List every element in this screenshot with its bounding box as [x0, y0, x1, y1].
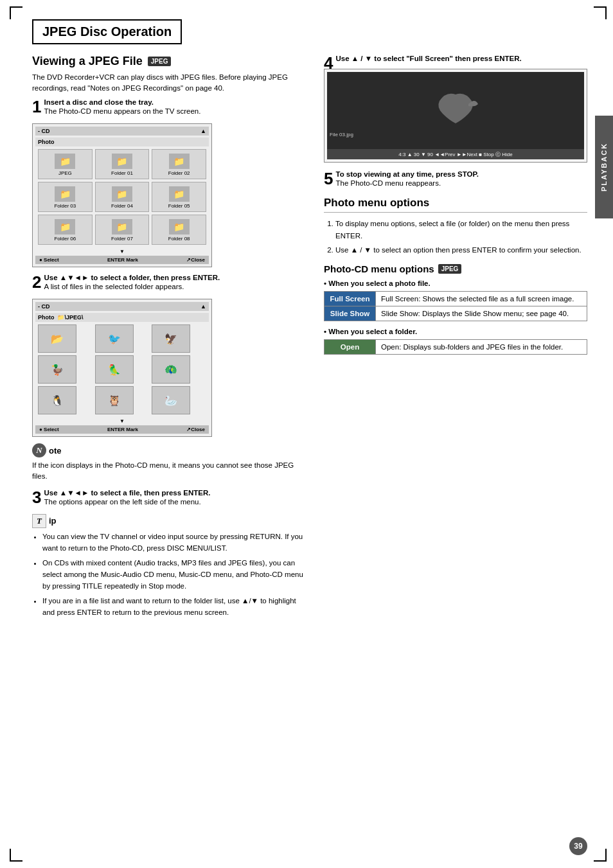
when-folder-label: • When you select a folder.: [324, 328, 587, 335]
screen-2-footer-select: ● Select: [39, 427, 59, 432]
screen-2-grid: 📂 🐦 🦅 🦆 🦜 🦚 🐧 🦉 🦢: [35, 322, 209, 417]
left-column: Viewing a JPEG File JPEG The DVD Recorde…: [32, 55, 308, 624]
image-controls-text: 4:3 ▲ 30 ▼ 90 ◄◄Prev ►►Next ■ Stop ⓒ Hid…: [398, 151, 512, 158]
section-heading-viewing: Viewing a JPEG File JPEG: [32, 55, 308, 68]
photo-menu-item-1: To display menu options, select a file (…: [335, 218, 587, 242]
screen-1-header-cd: - CD: [38, 128, 50, 134]
note-text: If the icon displays in the Photo-CD men…: [32, 460, 308, 483]
screen-item-folder05: 📁 Folder 05: [152, 182, 206, 212]
screen-item-folder04-label: Folder 04: [97, 203, 148, 209]
screen-item-folder05-label: Folder 05: [154, 203, 204, 209]
screen-item-folder01: 📁 Folder 01: [95, 149, 150, 179]
screen-item-folder08: 📁 Folder 08: [152, 215, 206, 245]
fullscreen-image-area: File 03.jpg: [327, 72, 584, 149]
step-4-title: Use ▲ / ▼ to select "Full Screen" then p…: [335, 55, 587, 62]
note-icon: N: [32, 443, 46, 457]
option-row-open: Open Open: Displays sub-folders and JPEG…: [324, 340, 587, 355]
screen-1-grid: 📁 JPEG 📁 Folder 01 📁 Folder 02 📁 Folder …: [35, 146, 209, 247]
right-column: 4 Use ▲ / ▼ to select "Full Screen" then…: [324, 55, 587, 624]
step-2-number: 2: [32, 274, 41, 290]
option-table-folder: Open Open: Displays sub-folders and JPEG…: [324, 339, 587, 355]
step-4-number: 4: [324, 55, 333, 71]
screen-item-folder04: 📁 Folder 04: [95, 182, 150, 212]
image-controls-bar: 4:3 ▲ 30 ▼ 90 ◄◄Prev ►►Next ■ Stop ⓒ Hid…: [327, 149, 584, 159]
screen-item-folder08-label: Folder 08: [154, 236, 204, 242]
open-desc: Open: Displays sub-folders and JPEG file…: [376, 340, 587, 355]
step-2-body: A list of files in the selected folder a…: [44, 281, 308, 292]
fullscreen-desc: Full Screen: Shows the selected file as …: [376, 292, 587, 306]
screen-2-photo-label: Photo 📁\JPEG\: [35, 313, 209, 322]
screen-mockup-2: - CD ▲ Photo 📁\JPEG\ 📂 🐦 🦅 🦆 🦜 🦚 🐧 🦉 🦢 ▼: [32, 299, 212, 437]
screen-item-folder03-label: Folder 03: [40, 203, 91, 209]
tip-box: T ip You can view the TV channel or vide…: [32, 514, 308, 619]
screen-2-item-3: 🦆: [38, 355, 76, 384]
step-3-content: Use ▲▼◄► to select a file, then press EN…: [44, 489, 308, 508]
page-number: 39: [569, 837, 587, 855]
step-5-body: The Photo-CD menu reappears.: [335, 178, 587, 189]
screen-1-footer: ● Select ENTER Mark ↗Close: [35, 256, 209, 264]
bird-image-svg: [430, 88, 481, 133]
slideshow-desc: Slide Show: Displays the Slide Show menu…: [376, 306, 587, 321]
screen-1-arrow-down: ▼: [35, 247, 209, 256]
photo-cd-heading-text: Photo-CD menu options: [324, 263, 434, 274]
fullscreen-btn: Full Screen: [324, 292, 376, 306]
section-title-viewing: Viewing a JPEG File: [32, 55, 143, 68]
note-label: ote: [49, 446, 62, 456]
screen-item-folder01-label: Folder 01: [97, 170, 148, 176]
main-title-box: JPEG Disc Operation: [32, 19, 182, 44]
step-5-number: 5: [324, 170, 333, 187]
screen-item-folder02-label: Folder 02: [154, 170, 204, 176]
screen-2-footer-close: ↗Close: [186, 427, 205, 432]
corner-decoration-bl: [10, 849, 22, 862]
step-3: 3 Use ▲▼◄► to select a file, then press …: [32, 489, 308, 508]
step-1-content: Insert a disc and close the tray. The Ph…: [44, 98, 308, 117]
screen-item-folder06: 📁 Folder 06: [38, 215, 93, 245]
fullscreen-mockup: File 03.jpg 4:3 ▲ 30 ▼ 90 ◄◄Prev ►►Next …: [324, 69, 587, 163]
step-5-content: To stop viewing at any time, press STOP.…: [335, 170, 587, 189]
jpeg-badge: JPEG: [148, 57, 172, 66]
tip-header: T ip: [32, 514, 308, 528]
slideshow-btn: Slide Show: [324, 306, 376, 321]
folder06-icon: 📁: [55, 219, 75, 235]
folder07-icon: 📁: [112, 219, 132, 235]
screen-item-folder07: 📁 Folder 07: [95, 215, 150, 245]
step-1-title: Insert a disc and close the tray.: [44, 98, 308, 106]
screen-2-item-5: 🦚: [152, 355, 190, 384]
jpeg-folder-icon: 📁: [55, 154, 75, 169]
page-container: PLAYBACK JPEG Disc Operation Viewing a J…: [0, 0, 613, 868]
playback-side-tab: PLAYBACK: [595, 116, 613, 218]
photo-menu-heading: Photo menu options: [324, 197, 587, 213]
tip-label: ip: [49, 516, 57, 526]
photo-menu-list: To display menu options, select a file (…: [324, 218, 587, 256]
photo-menu-section: Photo menu options To display menu optio…: [324, 197, 587, 256]
folder02-icon: 📁: [169, 154, 190, 169]
screen-1-photo-label: Photo: [35, 137, 209, 146]
step-1-body: The Photo-CD menu appears on the TV scre…: [44, 106, 308, 117]
screen-2-arrow-down: ▼: [35, 417, 209, 425]
step-1: 1 Insert a disc and close the tray. The …: [32, 98, 308, 117]
open-btn: Open: [324, 340, 376, 355]
screen-item-folder02: 📁 Folder 02: [152, 149, 206, 179]
screen-2-item-8: 🦢: [152, 386, 190, 414]
screen-item-folder07-label: Folder 07: [97, 236, 148, 242]
page-title: JPEG Disc Operation: [42, 24, 172, 39]
screen-2-item-7: 🦉: [95, 386, 134, 414]
tip-bullet-list: You can view the TV channel or video inp…: [32, 531, 308, 619]
screen-item-jpeg-label: JPEG: [40, 170, 91, 176]
step-2-content: Use ▲▼◄► to select a folder, then press …: [44, 274, 308, 292]
screen-2-footer: ● Select ENTER Mark ↗Close: [35, 425, 209, 434]
screen-2-item-2: 🦅: [152, 324, 190, 353]
corner-decoration-br: [594, 849, 607, 862]
screen-2-header-cd: - CD: [38, 303, 50, 310]
note-header: N ote: [32, 443, 308, 457]
option-table-photo: Full Screen Full Screen: Shows the selec…: [324, 291, 587, 321]
screen-2-item-4: 🦜: [95, 355, 134, 384]
screen-1-footer-enter: ENTER Mark: [107, 257, 138, 263]
step-3-title: Use ▲▼◄► to select a file, then press EN…: [44, 489, 308, 497]
screen-1-footer-select: ● Select: [39, 257, 59, 263]
screen-2-item-6: 🐧: [38, 386, 76, 414]
screen-1-footer-close: ↗Close: [186, 257, 205, 263]
corner-decoration-tr: [594, 6, 607, 19]
screen-item-folder03: 📁 Folder 03: [38, 182, 93, 212]
step-2-title: Use ▲▼◄► to select a folder, then press …: [44, 274, 308, 281]
